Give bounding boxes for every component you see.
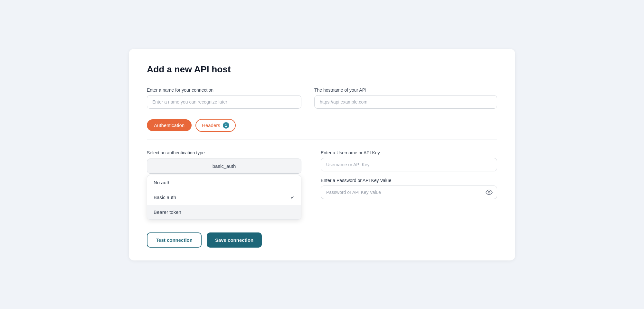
save-connection-button[interactable]: Save connection [207, 232, 262, 248]
tab-headers-label: Headers [202, 123, 220, 128]
username-input[interactable] [321, 158, 497, 171]
hostname-group: The hostname of your API [314, 87, 497, 109]
auth-type-select[interactable]: basic_auth [147, 159, 301, 174]
page-title: Add a new API host [147, 64, 497, 75]
connection-name-input[interactable] [147, 95, 301, 109]
add-api-host-card: Add a new API host Enter a name for your… [129, 49, 515, 260]
password-input[interactable] [321, 186, 497, 199]
password-label: Enter a Password or API Key Value [321, 178, 497, 183]
credentials-section: Enter a Username or API Key Enter a Pass… [321, 150, 497, 199]
tab-authentication[interactable]: Authentication [147, 119, 192, 131]
username-group: Enter a Username or API Key [321, 150, 497, 171]
tabs-row: Authentication Headers 1 [147, 119, 497, 132]
auth-type-section: Select an authentication type basic_auth… [147, 150, 301, 220]
section-divider [147, 140, 497, 140]
dropdown-item-basic-auth-label: Basic auth [154, 195, 176, 200]
dropdown-item-bearer-token-label: Bearer token [154, 209, 181, 215]
dropdown-item-no-auth[interactable]: No auth [147, 175, 301, 190]
auth-type-dropdown: No auth Basic auth ✓ Bearer token [147, 175, 301, 220]
dropdown-item-basic-auth[interactable]: Basic auth ✓ [147, 190, 301, 205]
auth-type-label: Select an authentication type [147, 150, 301, 155]
connection-name-label: Enter a name for your connection [147, 87, 301, 93]
dropdown-item-no-auth-label: No auth [154, 180, 171, 185]
check-icon: ✓ [290, 194, 295, 200]
password-input-wrapper [321, 186, 497, 199]
hostname-label: The hostname of your API [314, 87, 497, 93]
bottom-section: Select an authentication type basic_auth… [147, 150, 497, 220]
dropdown-item-bearer-token[interactable]: Bearer token [147, 205, 301, 219]
top-fields-row: Enter a name for your connection The hos… [147, 87, 497, 109]
username-label: Enter a Username or API Key [321, 150, 497, 155]
footer-buttons: Test connection Save connection [147, 232, 497, 248]
password-group: Enter a Password or API Key Value [321, 178, 497, 199]
headers-badge: 1 [223, 122, 229, 129]
tab-headers[interactable]: Headers 1 [195, 119, 236, 132]
connection-name-group: Enter a name for your connection [147, 87, 301, 109]
toggle-password-visibility-icon[interactable] [486, 189, 493, 196]
hostname-input[interactable] [314, 95, 497, 109]
test-connection-button[interactable]: Test connection [147, 232, 202, 248]
svg-point-0 [488, 191, 490, 193]
